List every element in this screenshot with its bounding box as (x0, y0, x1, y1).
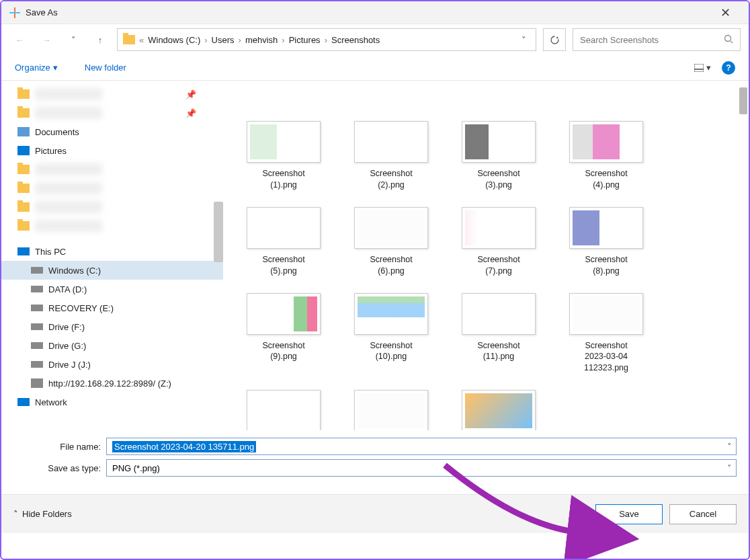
file-item[interactable]: Screenshot(2).png (351, 121, 431, 191)
svg-line-3 (731, 41, 733, 43)
folder-icon (17, 202, 30, 212)
chevron-down-icon: ▾ (53, 63, 58, 73)
sidebar-item[interactable] (1, 216, 223, 235)
chevron-down-icon[interactable]: ˅ (727, 463, 732, 473)
sidebar-item[interactable]: 📌 (1, 85, 223, 104)
nav-back-button[interactable]: ← (9, 30, 30, 50)
file-item[interactable]: Screenshot(6).png (351, 207, 431, 277)
folder-icon (123, 35, 135, 44)
file-label: Screenshot(10).png (370, 340, 412, 363)
file-thumbnail (569, 207, 643, 249)
breadcrumb-overflow[interactable]: « (139, 35, 144, 45)
breadcrumb-item[interactable]: Pictures (286, 35, 323, 45)
file-thumbnail (462, 293, 536, 335)
file-thumbnail (354, 207, 428, 249)
file-label: Screenshot(9).png (262, 340, 304, 363)
address-bar[interactable]: « Windows (C:)› Users› mehvish› Pictures… (117, 28, 536, 51)
search-input[interactable] (580, 35, 724, 45)
nav-recent-button[interactable]: ˅ (63, 30, 83, 50)
file-item[interactable]: Screenshot(3).png (458, 121, 539, 191)
hide-folders-button[interactable]: ˄ Hide Folders (13, 509, 72, 519)
file-thumbnail (247, 207, 321, 249)
folder-icon (17, 165, 30, 174)
sidebar-item[interactable]: 📌 (1, 104, 223, 122)
filename-input[interactable]: Screenshot 2023-04-20 135711.png ˅ (106, 438, 737, 455)
chevron-up-icon: ˄ (13, 509, 18, 519)
documents-icon (17, 127, 30, 136)
drive-icon (31, 342, 43, 349)
network-drive-icon (31, 378, 43, 388)
sidebar-item[interactable] (1, 160, 223, 179)
nav-forward-button[interactable]: → (36, 30, 56, 50)
network-icon (17, 398, 30, 406)
file-item[interactable]: Screenshot(9).png (243, 293, 324, 374)
search-box[interactable] (573, 28, 741, 51)
file-thumbnail (569, 121, 643, 163)
cancel-button[interactable]: Cancel (669, 504, 737, 524)
file-item[interactable]: Screenshot(11).png (458, 293, 539, 374)
filetype-select[interactable]: PNG (*.png) ˅ (106, 459, 737, 477)
file-label: Screenshot(7).png (477, 254, 519, 277)
sidebar-item-drive[interactable]: Drive (G:) (1, 336, 223, 355)
sidebar-item-drive[interactable]: Drive J (J:) (1, 355, 223, 374)
file-thumbnail (569, 293, 643, 335)
file-item[interactable]: Screenshot(4).png (566, 121, 647, 191)
svg-point-2 (725, 35, 731, 41)
file-thumbnail (354, 390, 428, 430)
sidebar-item-documents[interactable]: Documents (1, 122, 223, 141)
help-button[interactable]: ? (722, 61, 735, 75)
file-item[interactable]: Screenshot2023-03-04112416.png (243, 390, 324, 430)
file-label: Screenshot(3).png (477, 168, 519, 191)
save-button[interactable]: Save (595, 504, 663, 524)
file-label: Screenshot(6).png (370, 254, 412, 277)
chevron-down-icon[interactable]: ˅ (727, 442, 732, 452)
file-thumbnail (354, 121, 428, 163)
organize-menu[interactable]: Organize ▾ (15, 63, 58, 73)
sidebar-scrollbar[interactable] (214, 202, 223, 262)
sidebar-item-netdrive[interactable]: http://192.168.29.122:8989/ (Z:) (1, 374, 223, 393)
drive-icon (31, 267, 43, 274)
file-item[interactable]: Screenshot(10).png (351, 293, 431, 374)
sidebar-item-network[interactable]: Network (1, 393, 223, 411)
sidebar-item-drive[interactable]: Windows (C:) (1, 261, 223, 280)
file-thumbnail (247, 390, 321, 430)
breadcrumb-item[interactable]: mehvish (243, 35, 280, 45)
sidebar-item-thispc[interactable]: This PC (1, 242, 223, 261)
sidebar-item-drive[interactable]: DATA (D:) (1, 280, 223, 298)
folder-icon (17, 108, 30, 118)
file-list: Screenshot(1).pngScreenshot(2).pngScreen… (223, 81, 749, 430)
sidebar-item[interactable] (1, 198, 223, 216)
drive-icon (31, 323, 43, 330)
file-item[interactable]: Screenshot(8).png (566, 207, 647, 277)
file-item[interactable]: Screenshot(7).png (458, 207, 539, 277)
new-folder-button[interactable]: New folder (85, 63, 126, 73)
pc-icon (17, 247, 30, 255)
file-item[interactable]: Screenshot2023-03-04112443.png (458, 390, 539, 430)
sidebar-item-pictures[interactable]: Pictures (1, 141, 223, 160)
pin-icon: 📌 (185, 89, 196, 99)
file-thumbnail (462, 121, 536, 163)
drive-icon (31, 305, 43, 311)
app-icon (9, 7, 20, 18)
breadcrumb-item[interactable]: Screenshots (329, 35, 382, 45)
refresh-button[interactable] (543, 28, 566, 51)
sidebar-item[interactable] (1, 179, 223, 198)
file-item[interactable]: Screenshot2023-03-04112429.png (351, 390, 431, 430)
sidebar-item-drive[interactable]: RECOVERY (E:) (1, 298, 223, 317)
address-dropdown[interactable]: ˅ (517, 35, 530, 45)
breadcrumb-item[interactable]: Users (209, 35, 237, 45)
file-item[interactable]: Screenshot(5).png (243, 207, 324, 277)
file-item[interactable]: Screenshot2023-03-04112323.png (566, 293, 647, 374)
folder-icon (17, 221, 30, 231)
drive-icon (31, 361, 43, 368)
file-item[interactable]: Screenshot(1).png (243, 121, 324, 191)
content-scrollbar[interactable] (739, 87, 747, 114)
chevron-down-icon: ▾ (706, 63, 711, 73)
close-button[interactable]: ✕ (710, 5, 741, 20)
nav-up-button[interactable]: ↑ (90, 30, 110, 50)
view-options-button[interactable]: ▾ (694, 63, 711, 73)
file-label: Screenshot(5).png (262, 254, 304, 277)
chevron-right-icon: › (237, 35, 243, 45)
breadcrumb-item[interactable]: Windows (C:) (145, 35, 203, 45)
sidebar-item-drive[interactable]: Drive (F:) (1, 317, 223, 336)
